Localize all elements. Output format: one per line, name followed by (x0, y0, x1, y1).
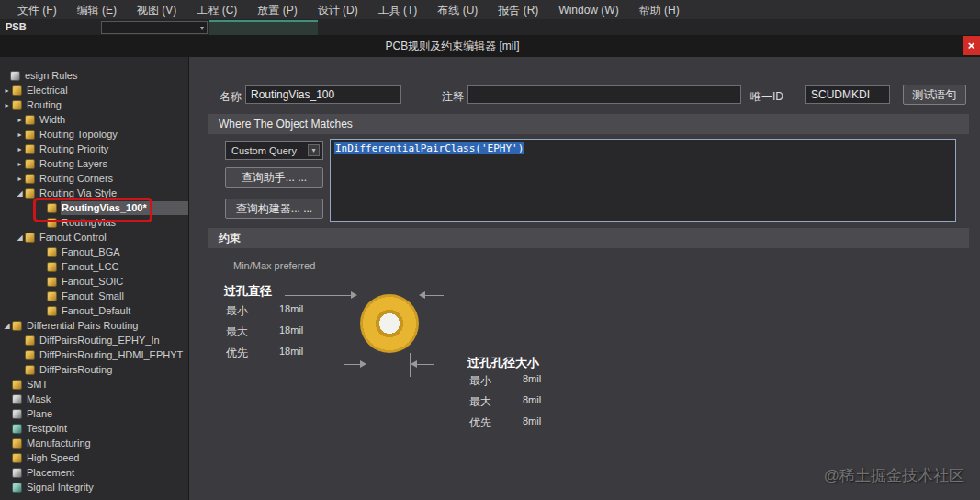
test-query-button[interactable]: 测试语句 (903, 85, 966, 105)
menu-item[interactable]: 工程 (C) (186, 0, 247, 20)
rule-icon (47, 306, 57, 316)
query-type-value: Custom Query (231, 145, 297, 156)
tree-item-label: Signal Integrity (26, 481, 188, 494)
expanded-arrow-icon[interactable]: ◢ (15, 233, 25, 242)
tree-item[interactable]: RoutingVias_100* (0, 200, 188, 215)
menu-item[interactable]: 布线 (U) (427, 0, 488, 20)
menu-item[interactable]: 工具 (T) (368, 0, 428, 20)
tree-item-label: Placement (26, 466, 188, 480)
tree-item[interactable]: esign Rules (0, 68, 188, 83)
collapsed-arrow-icon[interactable]: ▸ (15, 145, 25, 153)
tree-item[interactable]: Fanout_LCC (0, 259, 188, 274)
constraint-value[interactable]: 8mil (523, 373, 541, 384)
query-type-dropdown[interactable]: Custom Query ▾ (225, 141, 323, 160)
tree-item[interactable]: ▸Electrical (0, 83, 188, 97)
menu-item[interactable]: 放置 (P) (247, 0, 307, 20)
expanded-arrow-icon[interactable]: ◢ (2, 322, 12, 330)
via-donut-graphic (360, 294, 419, 353)
tree-item[interactable]: ▸Routing Topology (0, 127, 188, 142)
constraint-value[interactable]: 18mil (279, 346, 303, 357)
tree-item-label: Fanout Control (39, 231, 188, 244)
tree-item-label: Routing Topology (39, 128, 188, 142)
collapsed-arrow-icon[interactable]: ▸ (15, 160, 25, 168)
tree-item[interactable]: RoutingVias (0, 215, 188, 230)
tree-item[interactable]: Placement (0, 465, 188, 480)
strip-dropdown[interactable]: ▾ (101, 21, 208, 34)
query-helper-button[interactable]: 查询助手... ... (225, 167, 323, 188)
expanded-arrow-icon[interactable]: ◢ (15, 189, 25, 198)
tree-item[interactable]: Fanout_BGA (0, 244, 188, 259)
constraint-label: 最大 (469, 394, 523, 410)
tree-item[interactable]: High Speed (0, 450, 188, 465)
design-rules-icon (10, 71, 20, 81)
tree-item[interactable]: ▸Routing Layers (0, 156, 188, 171)
tree-item[interactable]: DiffPairsRouting (0, 362, 188, 377)
tree-item[interactable]: ▸Width (0, 112, 188, 127)
tree-item[interactable]: ◢Fanout Control (0, 230, 188, 244)
menu-item[interactable]: Window (W) (548, 0, 628, 20)
collapsed-arrow-icon[interactable]: ▸ (2, 86, 12, 95)
tree-item-label: Fanout_SOIC (61, 275, 188, 289)
rule-icon (25, 335, 35, 346)
constraint-value[interactable]: 18mil (279, 303, 303, 314)
constraint-label: 优先 (226, 346, 279, 361)
menu-item[interactable]: 设计 (D) (308, 0, 368, 20)
tree-item[interactable]: Manufacturing (0, 436, 188, 450)
menu-item[interactable]: 编辑 (E) (67, 0, 127, 20)
constraint-label: 优先 (469, 415, 523, 431)
tree-item-label: DiffPairsRouting (39, 363, 188, 377)
tree-item[interactable]: Fanout_Default (0, 303, 188, 318)
tree-item[interactable]: Mask (0, 392, 188, 406)
document-tab-label[interactable]: PSB (6, 21, 27, 32)
tree-item[interactable]: SMT (0, 377, 188, 392)
menu-item[interactable]: 视图 (V) (127, 0, 186, 20)
testpoint-icon (12, 424, 22, 434)
collapsed-arrow-icon[interactable]: ▸ (15, 131, 25, 139)
manufacturing-icon (12, 438, 22, 449)
match-section-header: Where The Object Matches (208, 114, 969, 134)
tree-item[interactable]: Signal Integrity (0, 480, 188, 494)
mask-icon (12, 394, 22, 404)
tree-item[interactable]: ▸Routing Corners (0, 171, 188, 186)
tree-item[interactable]: DiffPairsRouting_HDMI_EPHYT (0, 347, 188, 362)
menu-item[interactable]: 报告 (R) (488, 0, 548, 20)
unique-id-input[interactable] (805, 85, 890, 104)
dimension-line (417, 364, 434, 365)
comment-input[interactable] (467, 85, 741, 104)
tree-item[interactable]: Fanout_Small (0, 289, 188, 303)
constraint-value[interactable]: 18mil (279, 324, 303, 335)
tree-item[interactable]: ◢Differential Pairs Routing (0, 318, 188, 333)
query-editor[interactable]: InDifferentialPairClass('EPHY') (330, 139, 956, 222)
rule-icon (25, 174, 35, 184)
arrow-left-icon (419, 291, 425, 299)
tree-item-label: Fanout_Default (61, 304, 188, 318)
constraint-value[interactable]: 8mil (523, 394, 541, 405)
menu-item[interactable]: 文件 (F) (7, 0, 67, 20)
collapsed-arrow-icon[interactable]: ▸ (2, 101, 12, 109)
tree-item[interactable]: Testpoint (0, 421, 188, 436)
rule-icon (25, 365, 35, 375)
tree-item[interactable]: Plane (0, 406, 188, 421)
query-builder-button[interactable]: 查询构建器... ... (225, 199, 323, 219)
close-button[interactable]: × (963, 36, 980, 55)
name-input[interactable] (245, 85, 401, 104)
background-tab[interactable] (209, 20, 318, 35)
rule-icon (25, 188, 35, 199)
collapsed-arrow-icon[interactable]: ▸ (15, 175, 25, 183)
collapsed-arrow-icon[interactable]: ▸ (15, 116, 25, 124)
constraint-value[interactable]: 8mil (523, 415, 541, 426)
menu-item[interactable]: 帮助 (H) (629, 0, 690, 20)
comment-label: 注释 (442, 89, 464, 105)
signal-integrity-icon (12, 483, 22, 493)
rule-icon (12, 321, 22, 331)
tree-item[interactable]: Fanout_SOIC (0, 274, 188, 289)
tree-item[interactable]: ▸Routing (0, 97, 188, 112)
tree-item[interactable]: ◢Routing Via Style (0, 186, 188, 200)
plane-icon (12, 409, 22, 419)
tree-item-label: RoutingVias (61, 216, 188, 230)
arrow-right-icon (360, 360, 366, 368)
tree-item[interactable]: DiffPairsRouting_EPHY_In (0, 333, 188, 347)
tree-item-label: Mask (26, 392, 188, 406)
tree-item[interactable]: ▸Routing Priority (0, 142, 188, 156)
menu-bar: 文件 (F)编辑 (E)视图 (V)工程 (C)放置 (P)设计 (D)工具 (… (0, 0, 980, 20)
